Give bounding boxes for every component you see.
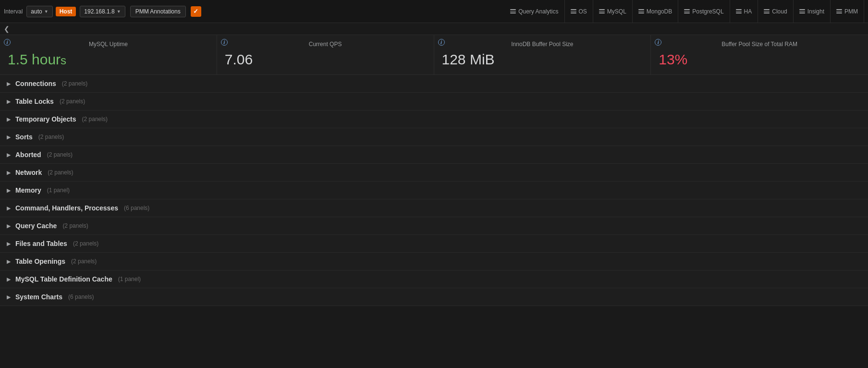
chevron-icon-system-charts: ▶ bbox=[7, 294, 11, 300]
metric-card-buffer-pool-ram: i Buffer Pool Size of Total RAM 13% bbox=[651, 35, 868, 74]
section-row-query-cache[interactable]: ▶ Query Cache (2 panels) bbox=[0, 217, 868, 235]
collapse-button[interactable]: ❮ bbox=[4, 25, 10, 33]
section-row-connections[interactable]: ▶ Connections (2 panels) bbox=[0, 75, 868, 93]
info-icon-current-qps: i bbox=[221, 39, 228, 46]
postgresql-label: PostgreSQL bbox=[692, 8, 723, 15]
section-row-system-charts[interactable]: ▶ System Charts (6 panels) bbox=[0, 288, 868, 306]
section-row-table-openings[interactable]: ▶ Table Openings (2 panels) bbox=[0, 253, 868, 270]
cloud-label: Cloud bbox=[772, 8, 787, 15]
section-count-sorts: (2 panels) bbox=[38, 134, 64, 140]
section-row-temporary-objects[interactable]: ▶ Temporary Objects (2 panels) bbox=[0, 110, 868, 128]
nav-tab-cloud[interactable]: Cloud bbox=[758, 0, 793, 23]
chevron-icon-sorts: ▶ bbox=[7, 134, 11, 140]
metric-value-buffer-pool-ram: 13% bbox=[659, 51, 687, 67]
chevron-icon-command-handlers-processes: ▶ bbox=[7, 205, 11, 211]
chevron-icon-aborted: ▶ bbox=[7, 152, 11, 158]
section-count-network: (2 panels) bbox=[48, 169, 73, 176]
ha-label: HA bbox=[744, 8, 752, 15]
section-row-table-locks[interactable]: ▶ Table Locks (2 panels) bbox=[0, 93, 868, 110]
nav-tab-mongodb[interactable]: MongoDB bbox=[633, 0, 678, 23]
metric-card-current-qps: i Current QPS 7.06 bbox=[217, 35, 434, 74]
metric-value-current-qps: 7.06 bbox=[225, 51, 253, 67]
section-count-query-cache: (2 panels) bbox=[62, 222, 88, 229]
mysql-label: MySQL bbox=[607, 8, 626, 15]
pmm-label: PMM bbox=[844, 8, 858, 15]
section-row-sorts[interactable]: ▶ Sorts (2 panels) bbox=[0, 128, 868, 146]
section-count-table-openings: (2 panels) bbox=[71, 258, 97, 265]
section-title-table-openings: Table Openings bbox=[15, 258, 65, 265]
query-analytics-label: Query Analytics bbox=[518, 8, 558, 15]
section-count-table-locks: (2 panels) bbox=[60, 98, 85, 105]
query-analytics-icon bbox=[510, 9, 516, 13]
section-title-network: Network bbox=[15, 169, 42, 176]
chevron-icon-table-locks: ▶ bbox=[7, 98, 11, 105]
chevron-icon-memory: ▶ bbox=[7, 187, 11, 194]
section-title-command-handlers-processes: Command, Handlers, Processes bbox=[15, 204, 118, 212]
nav-tab-mysql[interactable]: MySQL bbox=[593, 0, 633, 23]
ha-icon bbox=[736, 9, 742, 13]
metric-title-innodb-buffer-pool: InnoDB Buffer Pool Size bbox=[442, 41, 643, 48]
host-dropdown[interactable]: 192.168.1.8 ▼ bbox=[80, 6, 125, 17]
info-icon-mysql-uptime: i bbox=[4, 39, 11, 46]
interval-label: Interval bbox=[4, 8, 23, 15]
chevron-icon-network: ▶ bbox=[7, 170, 11, 176]
section-title-connections: Connections bbox=[15, 80, 56, 87]
chevron-icon-connections: ▶ bbox=[7, 81, 11, 87]
section-count-mysql-table-definition-cache: (1 panel) bbox=[118, 276, 141, 282]
metric-card-mysql-uptime: i MySQL Uptime 1.5 hours bbox=[0, 35, 217, 74]
section-count-aborted: (2 panels) bbox=[47, 151, 73, 158]
annotations-checkbox[interactable] bbox=[191, 6, 201, 17]
section-count-memory: (1 panel) bbox=[47, 187, 70, 194]
mysql-icon bbox=[599, 9, 605, 13]
top-bar: Interval auto ▼ Host 192.168.1.8 ▼ PMM A… bbox=[0, 0, 868, 23]
section-title-system-charts: System Charts bbox=[15, 293, 62, 301]
info-icon-innodb-buffer-pool: i bbox=[438, 39, 445, 46]
nav-tab-pmm[interactable]: PMM bbox=[831, 0, 864, 23]
section-count-files-and-tables: (2 panels) bbox=[73, 240, 98, 247]
chevron-icon-temporary-objects: ▶ bbox=[7, 116, 11, 123]
metric-value-innodb-buffer-pool: 128 MiB bbox=[442, 51, 495, 67]
section-title-temporary-objects: Temporary Objects bbox=[15, 115, 76, 123]
section-row-aborted[interactable]: ▶ Aborted (2 panels) bbox=[0, 146, 868, 164]
metric-title-buffer-pool-ram: Buffer Pool Size of Total RAM bbox=[659, 41, 860, 48]
pmm-icon bbox=[836, 9, 842, 13]
pmm-annotations-button[interactable]: PMM Annotations bbox=[130, 6, 186, 17]
top-bar-left: Interval auto ▼ Host 192.168.1.8 ▼ PMM A… bbox=[4, 6, 201, 17]
host-arrow-icon: ▼ bbox=[117, 9, 121, 14]
insight-label: Insight bbox=[807, 8, 824, 15]
insight-icon bbox=[799, 9, 805, 13]
section-title-aborted: Aborted bbox=[15, 151, 41, 159]
chevron-icon-mysql-table-definition-cache: ▶ bbox=[7, 276, 11, 282]
chevron-icon-query-cache: ▶ bbox=[7, 223, 11, 229]
section-row-command-handlers-processes[interactable]: ▶ Command, Handlers, Processes (6 panels… bbox=[0, 199, 868, 217]
nav-tab-postgresql[interactable]: PostgreSQL bbox=[678, 0, 730, 23]
chevron-icon-table-openings: ▶ bbox=[7, 258, 11, 265]
metrics-row: i MySQL Uptime 1.5 hours i Current QPS 7… bbox=[0, 35, 868, 75]
section-row-mysql-table-definition-cache[interactable]: ▶ MySQL Table Definition Cache (1 panel) bbox=[0, 270, 868, 288]
metric-title-mysql-uptime: MySQL Uptime bbox=[8, 41, 209, 48]
section-title-query-cache: Query Cache bbox=[15, 222, 57, 230]
section-row-memory[interactable]: ▶ Memory (1 panel) bbox=[0, 182, 868, 199]
nav-tab-os[interactable]: OS bbox=[565, 0, 593, 23]
host-label: Host bbox=[56, 7, 76, 16]
metric-value-mysql-uptime: 1.5 hours bbox=[8, 51, 66, 67]
section-count-system-charts: (6 panels) bbox=[68, 294, 94, 300]
top-bar-right: Query Analytics OS MySQL MongoDB Postgre… bbox=[504, 0, 864, 23]
nav-tab-insight[interactable]: Insight bbox=[794, 0, 831, 23]
chevron-icon-files-and-tables: ▶ bbox=[7, 241, 11, 247]
section-title-mysql-table-definition-cache: MySQL Table Definition Cache bbox=[15, 275, 112, 283]
section-row-network[interactable]: ▶ Network (2 panels) bbox=[0, 164, 868, 182]
section-title-sorts: Sorts bbox=[15, 133, 33, 141]
interval-value: auto bbox=[31, 8, 42, 15]
interval-dropdown[interactable]: auto ▼ bbox=[26, 6, 52, 17]
section-count-connections: (2 panels) bbox=[62, 80, 87, 87]
postgresql-icon bbox=[684, 9, 690, 13]
host-value: 192.168.1.8 bbox=[84, 8, 114, 15]
section-count-temporary-objects: (2 panels) bbox=[82, 116, 108, 123]
nav-tab-query-analytics[interactable]: Query Analytics bbox=[504, 0, 564, 23]
nav-tab-ha[interactable]: HA bbox=[730, 0, 758, 23]
section-row-files-and-tables[interactable]: ▶ Files and Tables (2 panels) bbox=[0, 235, 868, 253]
sections-list: ▶ Connections (2 panels) ▶ Table Locks (… bbox=[0, 75, 868, 306]
metric-card-innodb-buffer-pool: i InnoDB Buffer Pool Size 128 MiB bbox=[434, 35, 651, 74]
section-count-command-handlers-processes: (6 panels) bbox=[124, 205, 149, 211]
